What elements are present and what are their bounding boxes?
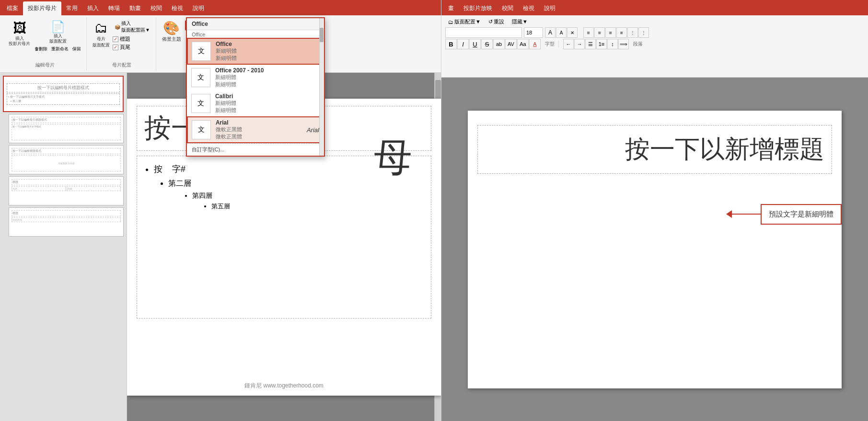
- indent-right-button[interactable]: →: [574, 39, 585, 49]
- reset-label: 重設: [494, 18, 504, 25]
- reset-button[interactable]: ↺ 重設: [486, 17, 507, 26]
- right-tab-help[interactable]: 說明: [539, 1, 560, 15]
- tab-insert[interactable]: 插入: [82, 1, 104, 15]
- watermark: 鍾肯尼 www.togetherhood.com: [244, 382, 324, 390]
- justify-button[interactable]: ≡: [616, 27, 627, 38]
- font-body-calibri: 新細明體: [215, 107, 320, 114]
- slide-thumb-4[interactable]: 標題 內容 內容: [9, 176, 124, 205]
- font-name-office: Office: [216, 41, 319, 47]
- hide-label: 隱藏▼: [512, 18, 528, 25]
- preserve-button[interactable]: 保留: [71, 46, 82, 53]
- font-size-decrease-button[interactable]: A: [556, 27, 567, 38]
- font-preview-office: 文: [192, 42, 211, 61]
- font-size-increase-button[interactable]: A: [545, 27, 556, 38]
- align-center-button[interactable]: ≡: [594, 27, 605, 38]
- insert-layout-area-button[interactable]: 📦 插入版面配置區▼: [113, 19, 152, 34]
- mother-layout-label: 母片版面配置: [93, 36, 110, 48]
- font-item-calibri[interactable]: 文 Calibri 新細明體 新細明體: [187, 91, 324, 116]
- line-spacing-button[interactable]: ↕: [607, 39, 618, 49]
- font-dropdown-header: Office: [187, 18, 324, 30]
- insert-layout-icon: 📄: [51, 20, 65, 34]
- right-slide-title-area[interactable]: 按一下以新增標題: [477, 125, 832, 174]
- numbered-list-button[interactable]: 1≡: [596, 39, 607, 49]
- tab-home[interactable]: 常用: [61, 1, 82, 15]
- right-slide-title: 按一下以新增標題: [625, 133, 824, 166]
- footer-checkbox-label: 頁尾: [120, 44, 130, 51]
- font-heading-office: 新細明體: [216, 47, 319, 55]
- footer-checkbox[interactable]: ✓: [113, 45, 118, 50]
- slide-thumb-5[interactable]: 標題 內容區域: [9, 207, 124, 237]
- title-checkbox-label: 標題: [120, 35, 130, 43]
- font-heading-office2007: 新細明體: [215, 74, 320, 81]
- font-name-calibri: Calibri: [215, 93, 320, 100]
- title-checkbox[interactable]: ✓: [113, 36, 118, 42]
- right-slide-canvas: 按一下以新增標題 預設文字是新細明體: [468, 111, 842, 388]
- hide-button[interactable]: 隱藏▼: [509, 17, 531, 26]
- font-body-office2007: 新細明體: [215, 81, 320, 88]
- font-item-office2007[interactable]: 文 Office 2007 - 2010 新細明體 新細明體: [187, 65, 324, 91]
- char-spacing-button[interactable]: AV: [505, 39, 517, 49]
- themes-label: 佈景主題: [162, 36, 181, 43]
- convert-button[interactable]: ⟹: [618, 39, 629, 49]
- tab-file[interactable]: 檔案: [2, 1, 23, 15]
- font-info-office2007: Office 2007 - 2010 新細明體 新細明體: [215, 67, 320, 88]
- insert-slide-master-icon: 🖼: [13, 20, 26, 36]
- tab-review[interactable]: 校閱: [146, 1, 167, 15]
- bold-button[interactable]: B: [445, 39, 457, 49]
- insert-slide-master-button[interactable]: 🖼 插入投影片母片: [8, 19, 31, 47]
- shadow-button[interactable]: ab: [493, 39, 505, 49]
- bullet-item-4: 第五層: [211, 202, 424, 211]
- font-body-arial: 微軟正黑體: [216, 133, 304, 140]
- arrow-head-left: [726, 210, 732, 218]
- tab-transition[interactable]: 轉場: [104, 1, 125, 15]
- slide-thumb-3[interactable]: 按一下以編輯標題樣式 示範投影片內容: [9, 145, 124, 174]
- font-preview-office2007: 文: [191, 68, 210, 87]
- annotation-container: 預設文字是新細明體: [726, 204, 842, 225]
- right-tab-view[interactable]: 檢視: [518, 1, 539, 15]
- font-item-arial[interactable]: 文 Arial 微軟正黑體 微軟正黑體 Arial: [187, 116, 324, 143]
- slide-thumb-1[interactable]: 按一下以編輯母片標題樣式 • 按一下以編輯母片文字樣式 • 第二層: [3, 76, 124, 112]
- font-heading-arial: 微軟正黑體: [216, 126, 304, 133]
- slide-thumb-2[interactable]: 按一下以編輯母片標題樣式 按一下以編輯母片文字樣式: [9, 114, 124, 143]
- tab-help[interactable]: 說明: [188, 1, 209, 15]
- align-left-button[interactable]: ≡: [583, 27, 594, 38]
- font-info-calibri: Calibri 新細明體 新細明體: [215, 93, 320, 114]
- right-tab-review[interactable]: 校閱: [497, 1, 518, 15]
- right-tab-slideshow[interactable]: 投影片放映: [459, 1, 497, 15]
- edit-master-group-label: 編輯母片: [8, 62, 82, 68]
- delete-button[interactable]: 🗑刪除: [33, 46, 49, 53]
- clear-format-button[interactable]: ✕: [567, 27, 578, 38]
- font-body-office: 新細明體: [216, 55, 319, 62]
- font-section-label: Office: [187, 30, 324, 38]
- indent-left-button[interactable]: ←: [563, 39, 574, 49]
- tab-slide-master[interactable]: 投影片母片: [23, 1, 61, 15]
- insert-layout-area-icon: 📦: [115, 24, 120, 30]
- right-tab-draw[interactable]: 畫: [443, 1, 459, 15]
- font-item-office[interactable]: 文 Office 新細明體 新細明體: [187, 38, 324, 65]
- tab-view[interactable]: 檢視: [167, 1, 188, 15]
- mother-layout-button[interactable]: 🗂 母片版面配置: [92, 19, 111, 49]
- rename-button[interactable]: 重新命名: [50, 46, 70, 53]
- tab-animation[interactable]: 動畫: [125, 1, 146, 15]
- arrow-line-h: [732, 214, 761, 215]
- font-size-input[interactable]: [524, 27, 543, 38]
- themes-button[interactable]: 🎨 佈景主題: [161, 19, 182, 44]
- custom-font-link[interactable]: 自訂字型(C)...: [187, 143, 324, 156]
- strikethrough-button[interactable]: S: [481, 39, 493, 49]
- case-button[interactable]: Aa: [517, 39, 529, 49]
- italic-button[interactable]: I: [457, 39, 469, 49]
- reset-icon: ↺: [488, 19, 493, 25]
- dropdown-scrollbar[interactable]: [319, 18, 324, 156]
- layout-button[interactable]: 🗂 版面配置▼: [445, 17, 484, 26]
- col-button[interactable]: ⋮: [627, 27, 638, 38]
- underline-button[interactable]: U: [469, 39, 481, 49]
- font-color-button[interactable]: A: [529, 39, 541, 49]
- align-right-button[interactable]: ≡: [605, 27, 616, 38]
- font-dropdown: Office Office 文 Office 新細明體 新細明體 文 Of: [186, 17, 325, 157]
- right-slide-area: 按一下以新增標題 預設文字是新細明體: [441, 78, 868, 421]
- font-family-input[interactable]: [445, 27, 522, 38]
- col2-button[interactable]: ⋮: [638, 27, 649, 38]
- insert-layout-button[interactable]: 📄 插入版面配置: [33, 19, 82, 45]
- insert-slide-master-label: 插入投影片母片: [9, 36, 30, 46]
- list-button[interactable]: ☰: [585, 39, 596, 49]
